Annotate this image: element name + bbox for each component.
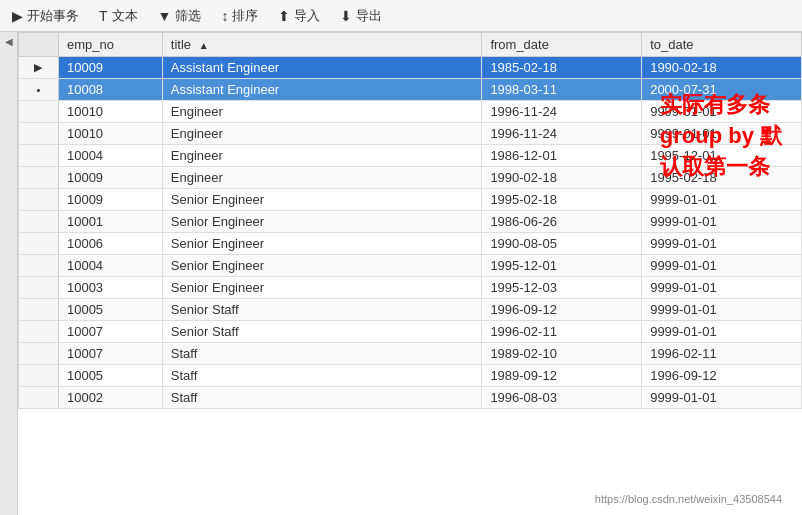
row-indicator — [19, 299, 59, 321]
cell-title: Senior Engineer — [162, 277, 482, 299]
cell-to_date: 9999-01-01 — [642, 233, 802, 255]
row-indicator — [19, 277, 59, 299]
table-row[interactable]: 10009Senior Engineer1995-02-189999-01-01 — [19, 189, 802, 211]
table-row[interactable]: 10004Senior Engineer1995-12-019999-01-01 — [19, 255, 802, 277]
cell-to_date: 1996-02-11 — [642, 343, 802, 365]
filter-label: 筛选 — [175, 7, 201, 25]
transaction-icon: ▶ — [12, 8, 23, 24]
cell-to_date: 9999-01-01 — [642, 211, 802, 233]
header-title[interactable]: title ▲ — [162, 33, 482, 57]
cell-title: Senior Staff — [162, 299, 482, 321]
cell-to_date: 9999-01-01 — [642, 321, 802, 343]
export-label: 导出 — [356, 7, 382, 25]
cell-title: Senior Staff — [162, 321, 482, 343]
cell-emp_no: 10010 — [58, 123, 162, 145]
cell-title: Assistant Engineer — [162, 57, 482, 79]
filter-btn[interactable]: ▼ 筛选 — [154, 5, 206, 27]
cell-emp_no: 10007 — [58, 321, 162, 343]
start-transaction-btn[interactable]: ▶ 开始事务 — [8, 5, 83, 27]
row-indicator: ▶ — [19, 57, 59, 79]
cell-from_date: 1998-03-11 — [482, 79, 642, 101]
table-row[interactable]: 10007Staff1989-02-101996-02-11 — [19, 343, 802, 365]
row-indicator — [19, 145, 59, 167]
sort-btn[interactable]: ↕ 排序 — [217, 5, 262, 27]
cell-emp_no: 10007 — [58, 343, 162, 365]
row-indicator — [19, 255, 59, 277]
table-row[interactable]: ▶10009Assistant Engineer1985-02-181990-0… — [19, 57, 802, 79]
row-indicator — [19, 321, 59, 343]
cell-from_date: 1990-02-18 — [482, 167, 642, 189]
cell-emp_no: 10002 — [58, 387, 162, 409]
annotation-line3: 认取第一条 — [660, 152, 782, 183]
cell-emp_no: 10010 — [58, 101, 162, 123]
table-row[interactable]: 10006Senior Engineer1990-08-059999-01-01 — [19, 233, 802, 255]
cell-from_date: 1986-06-26 — [482, 211, 642, 233]
cell-emp_no: 10009 — [58, 57, 162, 79]
cell-from_date: 1990-08-05 — [482, 233, 642, 255]
cell-to_date: 9999-01-01 — [642, 299, 802, 321]
filter-icon: ▼ — [158, 8, 172, 24]
row-indicator — [19, 189, 59, 211]
cell-emp_no: 10005 — [58, 365, 162, 387]
watermark: https://blog.csdn.net/weixin_43508544 — [595, 493, 782, 505]
table-row[interactable]: 10003Senior Engineer1995-12-039999-01-01 — [19, 277, 802, 299]
table-row[interactable]: 10005Senior Staff1996-09-129999-01-01 — [19, 299, 802, 321]
cell-emp_no: 10003 — [58, 277, 162, 299]
cell-from_date: 1995-02-18 — [482, 189, 642, 211]
cell-from_date: 1985-02-18 — [482, 57, 642, 79]
annotation-line2: group by 默 — [660, 121, 782, 152]
cell-title: Engineer — [162, 101, 482, 123]
cell-title: Engineer — [162, 145, 482, 167]
cell-from_date: 1995-12-01 — [482, 255, 642, 277]
left-sidebar: ◀ — [0, 32, 18, 515]
export-btn[interactable]: ⬇ 导出 — [336, 5, 386, 27]
cell-title: Senior Engineer — [162, 211, 482, 233]
cell-title: Senior Engineer — [162, 255, 482, 277]
row-indicator — [19, 343, 59, 365]
row-indicator — [19, 123, 59, 145]
cell-from_date: 1989-09-12 — [482, 365, 642, 387]
cell-title: Engineer — [162, 123, 482, 145]
sort-icon: ↕ — [221, 8, 228, 24]
table-row[interactable]: 10005Staff1989-09-121996-09-12 — [19, 365, 802, 387]
table-row[interactable]: 10007Senior Staff1996-02-119999-01-01 — [19, 321, 802, 343]
row-indicator — [19, 365, 59, 387]
cell-from_date: 1996-11-24 — [482, 101, 642, 123]
cell-from_date: 1996-11-24 — [482, 123, 642, 145]
import-btn[interactable]: ⬆ 导入 — [274, 5, 324, 27]
cell-emp_no: 10004 — [58, 255, 162, 277]
text-label: 文本 — [112, 7, 138, 25]
cell-emp_no: 10006 — [58, 233, 162, 255]
table-row[interactable]: 10002Staff1996-08-039999-01-01 — [19, 387, 802, 409]
cell-emp_no: 10009 — [58, 167, 162, 189]
table-row[interactable]: 10001Senior Engineer1986-06-269999-01-01 — [19, 211, 802, 233]
cell-from_date: 1996-09-12 — [482, 299, 642, 321]
cell-to_date: 9999-01-01 — [642, 387, 802, 409]
header-emp-no[interactable]: emp_no — [58, 33, 162, 57]
row-indicator — [19, 167, 59, 189]
header-to-date[interactable]: to_date — [642, 33, 802, 57]
import-label: 导入 — [294, 7, 320, 25]
row-indicator — [19, 211, 59, 233]
cell-to_date: 9999-01-01 — [642, 189, 802, 211]
cell-title: Senior Engineer — [162, 189, 482, 211]
row-indicator: • — [19, 79, 59, 101]
cell-to_date: 9999-01-01 — [642, 277, 802, 299]
annotation: 实际有多条 group by 默 认取第一条 — [660, 90, 782, 182]
row-indicator — [19, 101, 59, 123]
cell-title: Staff — [162, 365, 482, 387]
cell-title: Staff — [162, 387, 482, 409]
cell-title: Senior Engineer — [162, 233, 482, 255]
header-from-date[interactable]: from_date — [482, 33, 642, 57]
data-table: emp_no title ▲ from_date to_date ▶10009A… — [18, 32, 802, 409]
export-icon: ⬇ — [340, 8, 352, 24]
row-indicator — [19, 233, 59, 255]
cell-emp_no: 10008 — [58, 79, 162, 101]
import-icon: ⬆ — [278, 8, 290, 24]
text-icon: T — [99, 8, 108, 24]
text-btn[interactable]: T 文本 — [95, 5, 142, 27]
cell-emp_no: 10009 — [58, 189, 162, 211]
cell-from_date: 1989-02-10 — [482, 343, 642, 365]
start-transaction-label: 开始事务 — [27, 7, 79, 25]
cell-title: Staff — [162, 343, 482, 365]
